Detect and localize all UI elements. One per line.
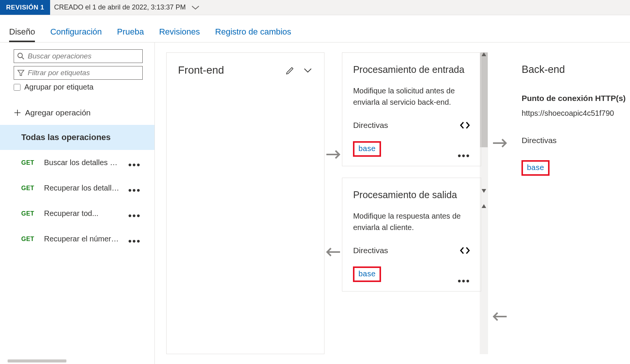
arrow-left-icon [492,311,507,322]
search-operations-box[interactable] [14,49,143,63]
plus-icon [14,109,25,117]
operation-label: Buscar los detalles de... [44,158,121,167]
svg-marker-2 [18,70,24,76]
operation-method: GET [21,185,37,192]
chevron-down-icon[interactable] [191,5,200,10]
operations-sidebar: Agrupar por etiqueta Agregar operación T… [0,43,155,364]
backend-endpoint-url: https://shoecoapic4c51f790 [521,109,630,118]
operation-method: GET [21,210,37,217]
operation-item[interactable]: GET Recuperar tod... ••• [0,201,154,226]
svg-marker-9 [482,204,486,208]
code-icon[interactable] [460,121,470,129]
outbound-base-tag[interactable]: base [353,266,381,282]
operation-item[interactable]: GET Recuperar los detalles... ••• [0,175,154,201]
inbound-base-tag[interactable]: base [353,141,381,157]
inbound-description: Modifique la solicitud antes de enviarla… [353,85,470,108]
group-by-tag-label: Agrupar por etiqueta [24,83,93,91]
operation-label: Recuperar el número... [44,235,121,243]
more-icon[interactable]: ••• [128,160,141,166]
code-icon[interactable] [460,246,470,255]
outbound-card: Procesamiento de salida Modifique la res… [342,178,481,292]
operation-item[interactable]: GET Buscar los detalles de... ••• [0,150,154,175]
scroll-up-icon[interactable] [481,52,487,57]
add-operation-button[interactable]: Agregar operación [14,108,154,117]
svg-marker-8 [482,189,486,193]
frontend-title: Front-end [178,64,285,76]
scroll-up-icon[interactable] [481,203,487,209]
chevron-down-icon[interactable] [303,67,313,73]
backend-title: Back-end [521,64,630,76]
revision-bar: REVISIÓN 1 CREADO el 1 de abril de 2022,… [0,0,630,15]
inbound-card: Procesamiento de entrada Modifique la so… [342,52,481,166]
svg-point-0 [18,53,22,58]
operation-label: Recuperar los detalles... [44,184,121,192]
backend-directives-label: Directivas [521,136,630,145]
tab-config[interactable]: Configuración [50,27,102,42]
svg-line-1 [22,57,24,59]
more-icon[interactable]: ••• [458,280,470,282]
revision-created-label: CREADO el 1 de abril de 2022, 3:13:37 PM [54,3,186,11]
svg-marker-7 [482,52,486,56]
inbound-title: Procesamiento de entrada [353,64,470,75]
tab-design[interactable]: Diseño [9,27,35,42]
content-area: Agrupar por etiqueta Agregar operación T… [0,43,630,364]
all-operations-item[interactable]: Todas las operaciones [0,125,154,150]
filter-tags-input[interactable] [28,69,139,77]
search-icon [17,52,25,60]
arrow-column [324,52,342,354]
more-icon[interactable]: ••• [128,236,141,242]
filter-tags-box[interactable] [14,66,143,80]
design-canvas: Front-end [155,43,630,364]
outbound-description: Modifique la respuesta antes de enviarla… [353,210,470,233]
backend-base-tag[interactable]: base [521,160,549,176]
arrow-right-icon [326,149,341,160]
operation-label: Recuperar tod... [44,209,121,218]
tab-changelog[interactable]: Registro de cambios [215,27,291,42]
revision-created-text: CREADO el 1 de abril de 2022, 3:13:37 PM [50,0,199,15]
search-operations-input[interactable] [28,52,139,60]
group-by-tag-checkbox[interactable] [14,84,20,91]
inbound-directives-label: Directivas [353,121,388,130]
sidebar-scrollbar[interactable] [8,359,66,362]
arrow-column [491,52,509,354]
revision-badge: REVISIÓN 1 [0,0,50,15]
group-by-tag-row[interactable]: Agrupar por etiqueta [14,83,141,91]
operation-item[interactable]: GET Recuperar el número... ••• [0,226,154,252]
backend-endpoint-label: Punto de conexión HTTP(s) [521,94,630,103]
filter-icon [17,69,25,77]
processing-column: Procesamiento de entrada Modifique la so… [342,52,481,354]
operation-method: GET [21,159,37,166]
add-operation-label: Agregar operación [25,108,91,117]
backend-card: Back-end Punto de conexión HTTP(s) https… [509,52,630,354]
tab-test[interactable]: Prueba [117,27,144,42]
processing-scrollbar-thumb[interactable] [480,52,488,147]
tab-revisions[interactable]: Revisiones [159,27,200,42]
more-icon[interactable]: ••• [128,185,141,191]
arrow-right-icon [492,138,507,148]
outbound-title: Procesamiento de salida [353,189,470,200]
frontend-card: Front-end [166,52,324,354]
scroll-down-icon[interactable] [481,188,487,194]
tab-bar: Diseño Configuración Prueba Revisiones R… [0,15,630,43]
more-icon[interactable]: ••• [458,154,470,157]
pencil-icon[interactable] [285,65,295,75]
operation-method: GET [21,236,37,243]
outbound-directives-label: Directivas [353,246,388,255]
more-icon[interactable]: ••• [128,211,141,217]
arrow-left-icon [326,247,341,257]
